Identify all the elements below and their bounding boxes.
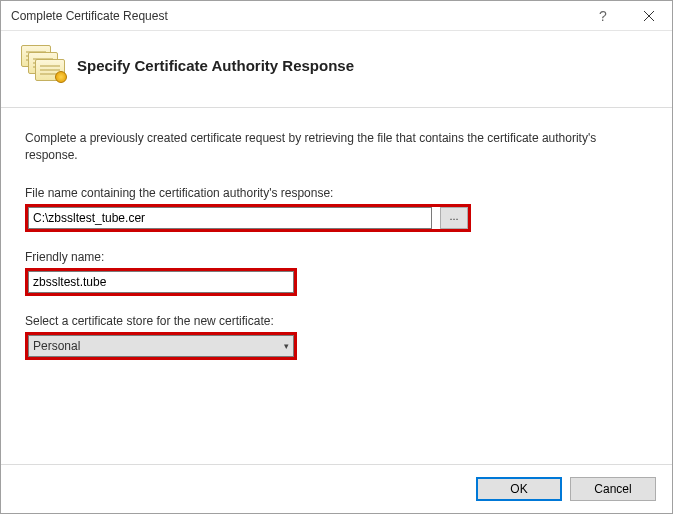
- file-highlight: ...: [25, 204, 471, 232]
- certificate-icon: [21, 45, 61, 85]
- titlebar-controls: ?: [580, 1, 672, 30]
- dialog-header: Specify Certificate Authority Response: [1, 31, 672, 108]
- file-label: File name containing the certification a…: [25, 186, 648, 200]
- header-title: Specify Certificate Authority Response: [77, 57, 354, 74]
- help-icon[interactable]: ?: [580, 1, 626, 30]
- file-name-input[interactable]: [28, 207, 432, 229]
- friendly-label: Friendly name:: [25, 250, 648, 264]
- close-icon[interactable]: [626, 1, 672, 30]
- dialog-window: Complete Certificate Request ? Specify C…: [0, 0, 673, 514]
- description-text: Complete a previously created certificat…: [25, 130, 625, 164]
- friendly-name-input[interactable]: [28, 271, 294, 293]
- store-selected-value: Personal: [33, 339, 284, 353]
- certificate-store-select[interactable]: Personal ▾: [28, 335, 294, 357]
- dialog-footer: OK Cancel: [1, 464, 672, 513]
- friendly-highlight: [25, 268, 297, 296]
- chevron-down-icon: ▾: [284, 341, 289, 351]
- browse-button[interactable]: ...: [440, 207, 468, 229]
- store-label: Select a certificate store for the new c…: [25, 314, 648, 328]
- store-highlight: Personal ▾: [25, 332, 297, 360]
- titlebar: Complete Certificate Request ?: [1, 1, 672, 31]
- dialog-content: Complete a previously created certificat…: [1, 108, 672, 464]
- ok-button[interactable]: OK: [476, 477, 562, 501]
- window-title: Complete Certificate Request: [11, 9, 580, 23]
- cancel-button[interactable]: Cancel: [570, 477, 656, 501]
